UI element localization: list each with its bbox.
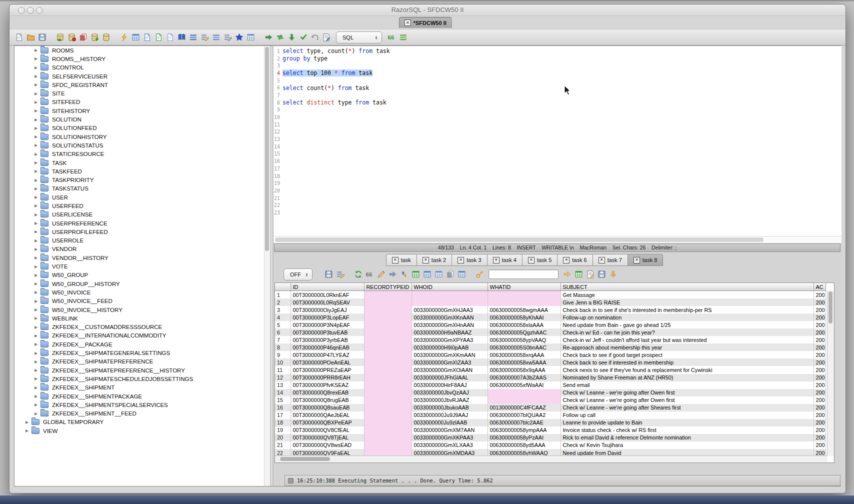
- table-cell[interactable]: 00T3000000PREZaEAP: [290, 366, 364, 374]
- sort-rows-icon[interactable]: [399, 269, 410, 280]
- table-cell[interactable]: 13: [275, 382, 290, 389]
- expand-arrow-icon[interactable]: ▶: [34, 360, 40, 364]
- table-cell[interactable]: [364, 404, 412, 412]
- tree-item[interactable]: ▶TASK: [14, 158, 270, 167]
- expand-arrow-icon[interactable]: ▶: [34, 412, 40, 416]
- tree-item[interactable]: ▶USER: [14, 193, 270, 202]
- table-cell[interactable]: 18: [275, 419, 290, 426]
- tree-item[interactable]: ▶TASKSTATUS: [14, 184, 270, 193]
- table-cell[interactable]: 0033000000GmXLXAA3: [412, 442, 488, 449]
- table-cell[interactable]: 00T3000000Q8rexEAB: [290, 389, 364, 396]
- table-cell[interactable]: 200: [814, 314, 826, 321]
- database-icon[interactable]: [101, 32, 112, 42]
- table-cell[interactable]: 1: [275, 291, 290, 299]
- column-header[interactable]: [275, 283, 290, 291]
- editor-hscrollbar[interactable]: [274, 236, 842, 243]
- tree-item[interactable]: ▶ZKFEDEX__CUSTOMADDRESSSOURCE: [14, 323, 270, 332]
- tree-item[interactable]: ▶TASKPRIORITY: [14, 176, 270, 184]
- table-cell[interactable]: [364, 382, 412, 389]
- expand-arrow-icon[interactable]: ▶: [34, 334, 40, 338]
- expand-arrow-icon[interactable]: ▶: [34, 160, 40, 165]
- table-cell[interactable]: 006300000058x9qAAA: [488, 366, 560, 374]
- table-cell[interactable]: 00630000005S0bnAAC: [488, 344, 560, 351]
- results-format-icon[interactable]: [398, 32, 408, 42]
- table-cell[interactable]: Follow-up on nomination: [560, 314, 814, 321]
- table-search-icon[interactable]: [246, 32, 256, 42]
- table-cell[interactable]: [364, 336, 412, 344]
- table-cell[interactable]: 00T3000000L0RknEAF: [290, 291, 364, 299]
- expand-arrow-icon[interactable]: ▶: [34, 48, 40, 52]
- tree-item[interactable]: ▶SCONTROL: [14, 64, 270, 72]
- results-table[interactable]: IDRECORDTYPEIDWHOIDWHATIDSUBJECTAC100T30…: [275, 283, 826, 456]
- tree-scrollbar-thumb[interactable]: [265, 47, 269, 251]
- table-cell[interactable]: 006300000058yKhAAI: [488, 314, 560, 321]
- table-cell[interactable]: Re-approach about membership this year: [560, 344, 814, 351]
- table-cell[interactable]: 11: [275, 366, 290, 374]
- close-result-tab-icon[interactable]: ✕: [422, 257, 429, 264]
- expand-arrow-icon[interactable]: ▶: [34, 134, 40, 139]
- table-cell[interactable]: 0033000000H9i0pAAB: [412, 344, 488, 351]
- split-view-icon[interactable]: [422, 269, 432, 280]
- editor-line[interactable]: 18: [274, 172, 842, 180]
- new-file-icon[interactable]: [14, 32, 24, 42]
- table-cell[interactable]: [364, 434, 412, 442]
- results-hscrollbar-thumb[interactable]: [280, 457, 330, 461]
- expand-arrow-icon[interactable]: ▶: [34, 74, 40, 78]
- close-result-tab-icon[interactable]: ✕: [392, 257, 398, 264]
- save-table-icon[interactable]: [596, 269, 607, 280]
- table-cell[interactable]: 200: [814, 298, 826, 306]
- table-cell[interactable]: Check nexis to see if they've found a re…: [560, 366, 814, 374]
- tree-item[interactable]: ▶SITEFEED: [14, 98, 270, 106]
- table-cell[interactable]: 8: [275, 344, 290, 351]
- tree-item[interactable]: ▶SFDC_REGISTRANT: [14, 80, 270, 89]
- table-cell[interactable]: 5: [275, 321, 290, 328]
- expand-arrow-icon[interactable]: ▶: [34, 195, 40, 200]
- table-cell[interactable]: 200: [814, 366, 826, 374]
- query-builder-icon[interactable]: [176, 32, 187, 42]
- reload-table-icon[interactable]: [410, 269, 421, 280]
- column-header[interactable]: ID: [290, 283, 364, 291]
- download-icon[interactable]: [608, 269, 618, 280]
- table-cell[interactable]: 0033000000Ju9zlAAB: [412, 419, 488, 426]
- expand-arrow-icon[interactable]: ▶: [26, 420, 32, 424]
- table-row[interactable]: 1200T3000000PRR8rEAH0033000000JFhGlAAL00…: [275, 374, 826, 382]
- execute-statement-icon[interactable]: [264, 32, 274, 42]
- expand-arrow-icon[interactable]: ▶: [34, 256, 40, 260]
- table-cell[interactable]: 0033000000JbukoAAB: [412, 404, 488, 412]
- table-cell[interactable]: 0033000000JbvRJAAZ: [412, 396, 488, 404]
- table-cell[interactable]: 00T3000000P3yrbEAB: [290, 336, 364, 344]
- table-row[interactable]: 600T3000000P3tuvEAB0033000000H9aNBAAZ006…: [275, 328, 826, 336]
- table-cell[interactable]: [364, 306, 412, 314]
- result-tab-task-2[interactable]: ✕task 2: [417, 254, 452, 266]
- table-cell[interactable]: [364, 291, 412, 299]
- table-cell[interactable]: 200: [814, 426, 826, 434]
- table-cell[interactable]: Invoice status check - check w/ RS first: [560, 426, 814, 434]
- expand-arrow-icon[interactable]: ▶: [34, 299, 40, 304]
- editor-line[interactable]: 10: [274, 114, 842, 121]
- table-cell[interactable]: 00630000007A3bZAAS: [488, 374, 560, 382]
- table-row[interactable]: 1300T3000000PfvKSEAZ0033000000HirF8AAJ00…: [275, 382, 826, 389]
- close-result-tab-icon[interactable]: ✕: [458, 257, 464, 264]
- expand-arrow-icon[interactable]: ▶: [34, 351, 40, 356]
- expand-arrow-icon[interactable]: ▶: [34, 82, 40, 87]
- edit-cell-icon[interactable]: [376, 269, 386, 280]
- edit-sql-icon[interactable]: [200, 32, 210, 42]
- table-cell[interactable]: 16: [275, 404, 290, 412]
- save-results-icon[interactable]: [324, 269, 334, 280]
- table-cell[interactable]: 0033000000GmXKnAAN: [412, 314, 488, 321]
- table-cell[interactable]: 00T3000000L0RqSEAV: [290, 298, 364, 306]
- table-cell[interactable]: 00T3000000P3tuvEAB: [290, 328, 364, 336]
- results-search-input[interactable]: [488, 270, 558, 279]
- editor-line[interactable]: 21: [274, 194, 842, 202]
- expand-arrow-icon[interactable]: ▶: [34, 282, 40, 286]
- window-titlebar[interactable]: RazorSQL - SFDCW50 II: [10, 4, 846, 16]
- table-cell[interactable]: [364, 351, 412, 358]
- table-cell[interactable]: Rick to email David & reference Delmonte…: [560, 434, 814, 442]
- table-row[interactable]: 1500T3000000Q8rugEAB0033000000JbvRJAAZCh…: [275, 396, 826, 404]
- expand-arrow-icon[interactable]: ▶: [26, 428, 32, 433]
- table-cell[interactable]: 200: [814, 434, 826, 442]
- table-cell[interactable]: Check w/ Leanne - we're going after Owen…: [560, 396, 814, 404]
- copy-table-icon[interactable]: [78, 32, 88, 42]
- tree-item[interactable]: ▶USERROLE: [14, 236, 270, 245]
- execute-all-icon[interactable]: [275, 32, 286, 42]
